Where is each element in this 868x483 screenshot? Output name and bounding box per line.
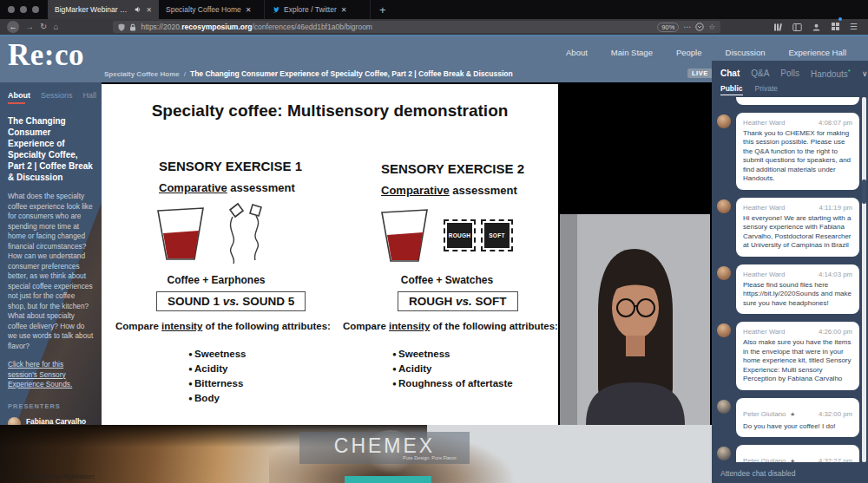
breadcrumb-current: The Changing Consumer Experience of Spec…	[190, 69, 513, 78]
extension-icon[interactable]	[831, 19, 840, 35]
subtab-private[interactable]: Private	[755, 84, 778, 95]
chat-message: Peter Giuliano ★4:32:00 pm Do you have y…	[717, 398, 859, 438]
session-title: The Changing Consumer Experience of Spec…	[8, 115, 94, 183]
soft-swatch: SOFT	[483, 221, 511, 250]
session-sidebar: About Sessions Hall The Changing Consume…	[0, 82, 102, 483]
presenter-star-icon: ★	[790, 411, 795, 417]
message-time: 4:32:27 pm	[819, 457, 852, 462]
nav-link-experience-hall[interactable]: Experience Hall	[788, 48, 846, 57]
forward-button[interactable]: →	[25, 23, 34, 31]
scrollbar-thumb[interactable]	[862, 179, 866, 204]
tab-handouts[interactable]: Handouts*	[811, 68, 851, 79]
tab-specialty-coffee[interactable]: Specialty Coffee Home ✕	[159, 0, 265, 19]
message-time: 4:08:07 pm	[819, 119, 852, 127]
tab-close-icon[interactable]: ✕	[341, 6, 347, 14]
message-author: Heather Ward	[743, 328, 785, 336]
url-field[interactable]: https://2020.recosymposium.org/conferenc…	[113, 21, 720, 33]
nav-link-about[interactable]: About	[566, 48, 588, 57]
chat-message: Heather Ward4:08:07 pm Thank you to CHEM…	[717, 113, 859, 190]
account-icon[interactable]	[812, 23, 821, 32]
attribute-item: Acidity	[392, 362, 513, 376]
toolbar-right: ☰	[773, 19, 861, 35]
tab-close-icon[interactable]: ✕	[246, 6, 252, 14]
message-body: by the SCA Code of Conduct.	[743, 97, 852, 99]
presentation-slide: Specialty coffee: Multisensory demonstra…	[102, 84, 558, 425]
back-button[interactable]: ←	[7, 21, 19, 33]
sidebar-tab-about[interactable]: About	[8, 91, 30, 104]
nav-link-people[interactable]: People	[676, 48, 702, 57]
message-author: Peter Giuliano	[743, 410, 786, 418]
exercise1-attributes: Sweetness Acidity Bitterness Body	[188, 347, 247, 406]
tab-chat[interactable]: Chat	[720, 69, 740, 78]
message-time: 4:11:19 pm	[819, 204, 852, 212]
message-body: Please find sound files here https://bit…	[743, 281, 852, 309]
tab-close-icon[interactable]: ✕	[146, 6, 152, 14]
window-minimize-button[interactable]	[20, 6, 27, 13]
chat-disabled-notice: Attendee chat disabled	[720, 469, 795, 478]
rough-swatch: ROUGH	[445, 221, 474, 250]
slide-title: Specialty coffee: Multisensory demonstra…	[102, 101, 558, 121]
chat-messages: by the SCA Code of Conduct. Heather Ward…	[717, 97, 859, 462]
tab-title: Specialty Coffee Home	[166, 5, 241, 14]
exercise2-caption: Coffee + Swatches	[369, 274, 525, 286]
tab-polls[interactable]: Polls	[780, 69, 799, 78]
attribute-item: Sweetness	[392, 347, 513, 362]
page-actions-icon[interactable]: ⋯	[683, 23, 691, 31]
exercise1-caption: Coffee + Earphones	[138, 274, 294, 286]
exercise2-attributes: Sweetness Acidity Roughness of aftertast…	[392, 347, 513, 391]
lock-icon[interactable]	[129, 23, 136, 31]
sensory-sounds-link[interactable]: Click here for this session's Sensory Ex…	[8, 360, 94, 390]
attribute-item: Acidity	[188, 362, 247, 376]
exercise1-subheading: Comparative assessment	[159, 181, 295, 194]
tab-twitter[interactable]: Explore / Twitter ✕	[265, 0, 371, 19]
chat-scrollbar[interactable]	[862, 97, 866, 462]
chat-message: Heather Ward4:26:00 pm Also make sure yo…	[717, 322, 859, 390]
breadcrumb: Specialty Coffee Home / The Changing Con…	[104, 69, 513, 78]
chemex-wordmark: CHEMEX	[334, 436, 435, 455]
message-body: Hi everyone! We are starting with a sens…	[743, 214, 852, 251]
message-body: Do you have your coffee! I do!	[743, 422, 852, 432]
bookmark-star-icon[interactable]: ☆	[708, 23, 715, 31]
menu-icon[interactable]: ☰	[850, 23, 858, 31]
nav-link-main-stage[interactable]: Main Stage	[611, 48, 653, 57]
exercise1-heading: SENSORY EXERCISE 1	[159, 159, 302, 173]
avatar	[717, 447, 731, 460]
exercise2-heading: SENSORY EXERCISE 2	[381, 161, 524, 176]
tab-audio-icon[interactable]	[135, 6, 141, 13]
chevron-down-icon[interactable]: ∨	[862, 69, 868, 78]
window-zoom-button[interactable]	[32, 6, 39, 13]
session-description: What does the specialty coffee experienc…	[8, 192, 94, 351]
home-button[interactable]: ⌂	[53, 23, 58, 31]
tracking-protection-icon[interactable]	[118, 23, 125, 31]
earphones-icon	[220, 199, 270, 267]
breadcrumb-home-link[interactable]: Specialty Coffee Home	[104, 70, 180, 78]
presenter-webcam-video	[560, 214, 710, 425]
sidebar-toggle-icon[interactable]	[792, 23, 802, 32]
tab-bigmarker[interactable]: BigMarker Webinar Room ✕	[48, 0, 159, 19]
pocket-icon[interactable]	[695, 23, 704, 31]
chemex-logo-overlay: CHEMEX Pure Design. Pure Flavor.	[299, 432, 470, 464]
sidebar-tab-sessions[interactable]: Sessions	[41, 91, 73, 100]
chat-message: Peter Giuliano ★4:32:27 pm https://bit.l…	[717, 445, 859, 462]
window-controls	[0, 0, 48, 19]
new-tab-button[interactable]: +	[371, 0, 395, 19]
reco-logo[interactable]: Re:co	[8, 38, 84, 73]
avatar	[717, 323, 731, 337]
message-author: Heather Ward	[743, 119, 785, 127]
presenter-silhouette	[560, 214, 710, 425]
sidebar-tab-hall[interactable]: Hall	[83, 91, 97, 100]
reload-button[interactable]: ↻	[40, 23, 47, 31]
message-author: Heather Ward	[743, 271, 785, 278]
exercise1-compare-line: Compare intensity of the following attri…	[115, 321, 331, 331]
attribute-item: Roughness of aftertaste	[392, 376, 513, 391]
chat-message: Heather Ward4:11:19 pm Hi everyone! We a…	[717, 198, 859, 257]
tab-qa[interactable]: Q&A	[751, 69, 769, 78]
zoom-level-badge[interactable]: 90%	[657, 23, 679, 32]
nav-link-discussion[interactable]: Discussion	[726, 48, 766, 57]
powered-by-bigmarker: Powered by BigMarker	[24, 473, 95, 480]
avatar	[717, 400, 731, 414]
library-icon[interactable]	[773, 23, 783, 32]
subtab-public[interactable]: Public	[720, 84, 743, 95]
message-time: 4:26:00 pm	[819, 328, 852, 336]
window-close-button[interactable]	[8, 6, 15, 13]
